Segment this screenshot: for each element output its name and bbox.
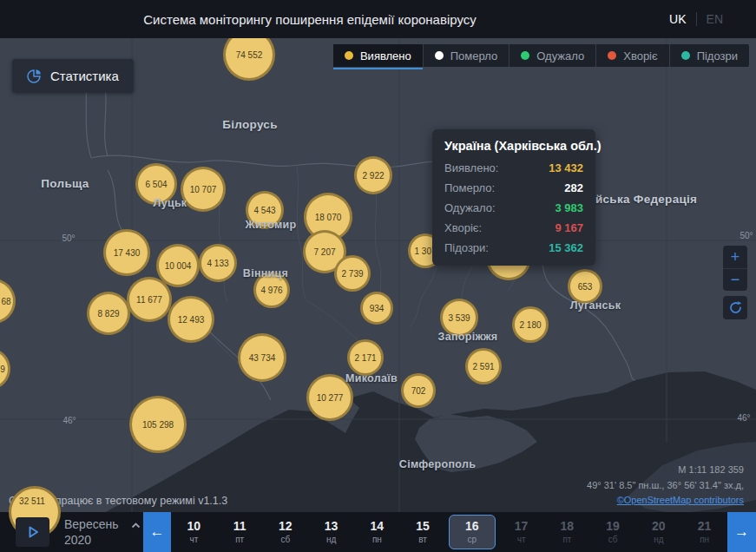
- legend-item-label: Підозри: [697, 49, 738, 62]
- map-bubble-2591[interactable]: 2 591: [465, 348, 502, 384]
- timeline-day-18[interactable]: 18пт: [544, 512, 590, 552]
- graticule-label: 46°: [62, 416, 76, 425]
- place-label-city: Сімферополь: [399, 458, 476, 470]
- map-bubble-43734[interactable]: 43 734: [238, 333, 286, 382]
- statistics-button[interactable]: Статистика: [12, 59, 134, 93]
- play-button[interactable]: [16, 517, 49, 547]
- tooltip-title: Україна (Харківська обл.): [444, 139, 583, 153]
- place-label-city: Луганськ: [570, 299, 621, 312]
- lang-en[interactable]: EN: [707, 12, 723, 26]
- play-icon: [25, 524, 41, 540]
- timeline-day-12[interactable]: 12сб: [263, 512, 309, 552]
- tooltip-row: Померло:282: [444, 181, 583, 194]
- day-weekday: чт: [517, 535, 526, 544]
- zoom-control-group: + −: [723, 246, 747, 291]
- place-label-country: Білорусь: [222, 118, 278, 131]
- tooltip-row-value: 9 167: [555, 221, 583, 234]
- tooltip-row: Виявлено:13 432: [444, 161, 583, 174]
- timeline-bar: Вересень 2020 ← 10чт11пт12сб13нд14пн15вт…: [0, 512, 756, 552]
- timeline-day-19[interactable]: 19сб: [590, 512, 636, 552]
- day-weekday: нд: [326, 535, 336, 544]
- legend-item-label: Хворіє: [623, 49, 657, 62]
- map-bubble-12493[interactable]: 12 493: [168, 296, 214, 343]
- day-number: 12: [279, 520, 293, 533]
- tooltip-row-value: 282: [564, 181, 583, 194]
- timeline-day-16[interactable]: 16ср: [449, 515, 496, 549]
- tooltip-row: Хворіє:9 167: [444, 221, 583, 234]
- next-day-button[interactable]: →: [727, 512, 756, 552]
- map-bubble-2739[interactable]: 2 739: [334, 255, 371, 292]
- lang-divider: [696, 12, 697, 26]
- day-number: 14: [371, 520, 385, 533]
- place-label-city: Житомир: [245, 219, 296, 231]
- tooltip-row-label: Померло:: [444, 181, 495, 194]
- tooltip-row-label: Виявлено:: [444, 161, 498, 174]
- day-weekday: пт: [562, 535, 571, 544]
- map-bubble-4133[interactable]: 4 133: [199, 244, 237, 282]
- zoom-in-button[interactable]: +: [723, 246, 747, 268]
- place-label-city: Запоріжжя: [438, 331, 498, 343]
- map-bubble-value: 9: [0, 365, 5, 374]
- map-attribution: М 1:11 182 359 49° 31' 8.5" пн.ш., 36° 5…: [587, 463, 744, 509]
- legend-item-1[interactable]: Померло: [423, 44, 509, 67]
- chevron-up-icon: [131, 522, 141, 529]
- refresh-button[interactable]: [723, 296, 747, 319]
- graticule-label: 50°: [740, 231, 753, 240]
- map-bubble-2180[interactable]: 2 180: [512, 306, 549, 343]
- timeline-day-14[interactable]: 14пн: [354, 512, 400, 552]
- app-header: Система моніторингу поширення епідемії к…: [0, 0, 756, 38]
- map-bubble-10707[interactable]: 10 707: [181, 167, 226, 212]
- timeline-day-21[interactable]: 21пн: [681, 512, 727, 552]
- place-label-city: Вінниця: [243, 267, 288, 279]
- timeline-day-13[interactable]: 13нд: [308, 512, 354, 552]
- day-number: 21: [698, 520, 712, 533]
- tooltip-row-value: 13 432: [549, 161, 583, 174]
- legend-bar: ВиявленоПомерлоОдужалоХворієПідозри: [333, 44, 749, 67]
- legend-item-0[interactable]: Виявлено: [333, 44, 423, 67]
- pie-chart-icon: [27, 69, 43, 84]
- graticule-label: 50°: [62, 233, 75, 243]
- legend-item-3[interactable]: Хворіє: [595, 44, 668, 67]
- map-bubble-702[interactable]: 702: [401, 373, 436, 408]
- map-coordinates: 49° 31' 8.5" пн.ш., 36° 56' 31.4" зх.д,: [587, 478, 744, 494]
- timeline-day-20[interactable]: 20нд: [636, 512, 682, 552]
- tooltip-row-value: 3 983: [555, 201, 583, 214]
- timeline-day-15[interactable]: 15вт: [400, 512, 446, 552]
- place-label-city: Луцьк: [154, 197, 187, 209]
- day-number: 15: [416, 520, 430, 533]
- place-label-country: Польща: [41, 177, 89, 190]
- osm-link[interactable]: ©OpenStreetMap contributors: [617, 495, 744, 505]
- legend-item-4[interactable]: Підозри: [669, 44, 749, 67]
- zoom-out-button[interactable]: −: [723, 268, 747, 291]
- map-bubble-2171[interactable]: 2 171: [347, 339, 384, 376]
- map-bubble-653[interactable]: 653: [568, 269, 602, 304]
- graticule-label: 46°: [737, 413, 750, 423]
- tooltip-row-label: Одужало:: [444, 201, 496, 214]
- day-weekday: пн: [372, 535, 382, 544]
- legend-item-2[interactable]: Одужало: [509, 44, 595, 67]
- year-label: 2020: [64, 532, 141, 548]
- map-bubble-105298[interactable]: 105 298: [129, 396, 187, 453]
- map-bubble-934[interactable]: 934: [360, 292, 393, 325]
- map-bubble-8829[interactable]: 8 829: [87, 292, 130, 335]
- day-number: 20: [652, 520, 666, 533]
- prev-day-button[interactable]: ←: [143, 512, 171, 552]
- day-weekday: пт: [235, 535, 244, 544]
- map-bubble-17430[interactable]: 17 430: [103, 229, 150, 276]
- place-label-city: Миколаїв: [345, 372, 398, 384]
- app-title: Система моніторингу поширення епідемії к…: [143, 12, 477, 27]
- day-weekday: сб: [608, 535, 618, 544]
- day-number: 11: [233, 520, 247, 533]
- legend-item-label: Виявлено: [360, 49, 411, 62]
- legend-dot-icon: [435, 51, 444, 60]
- map-bubble-2922[interactable]: 2 922: [354, 156, 392, 194]
- timeline-day-11[interactable]: 11пт: [217, 512, 263, 552]
- timeline-day-10[interactable]: 10чт: [171, 512, 217, 552]
- month-selector[interactable]: Вересень 2020: [64, 516, 141, 548]
- day-weekday: ср: [468, 535, 477, 544]
- timeline-day-17[interactable]: 17чт: [498, 512, 544, 552]
- map-bubble-11677[interactable]: 11 677: [127, 277, 172, 322]
- tooltip-row: Одужало:3 983: [444, 201, 583, 214]
- day-weekday: сб: [281, 535, 291, 544]
- lang-uk[interactable]: UK: [669, 12, 686, 26]
